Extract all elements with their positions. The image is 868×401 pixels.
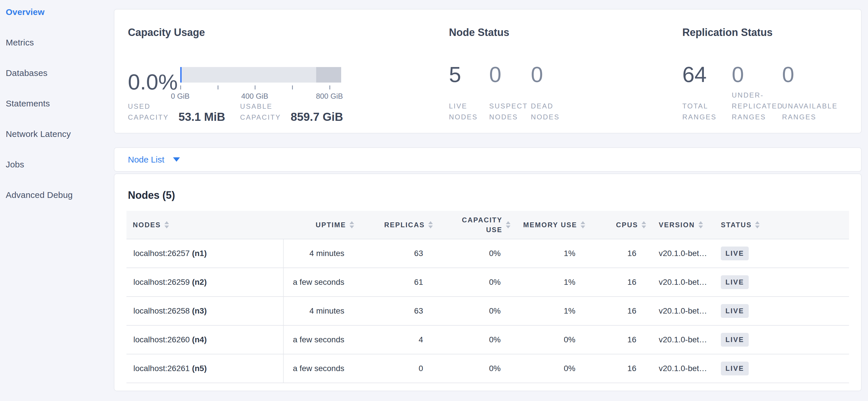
live-nodes-stat: 5 LIVE NODES — [449, 63, 489, 122]
capacity-gauge-row: 0.0% 0 GiB 400 GiB 800 GiB — [128, 67, 449, 101]
total-ranges-label: TOTAL RANGES — [682, 101, 718, 122]
total-ranges-stat: 64 TOTAL RANGES — [682, 63, 732, 122]
node-list-selector-card: Node List — [114, 147, 862, 172]
node-status-section: Node Status 5 LIVE NODES 0 SUSPECT NODES… — [449, 27, 682, 122]
sidebar-item-databases[interactable]: Databases — [6, 64, 114, 82]
sort-icon[interactable] — [642, 221, 646, 228]
version-cell: v20.1.0-bet… — [647, 325, 711, 354]
node-status-stats: 5 LIVE NODES 0 SUSPECT NODES 0 DEAD NODE… — [449, 63, 682, 122]
cpus-cell: 16 — [586, 296, 647, 325]
sidebar-item-metrics[interactable]: Metrics — [6, 33, 114, 52]
version-cell: v20.1.0-bet… — [647, 268, 711, 296]
under-replicated-ranges-value: 0 — [732, 63, 782, 85]
column-header-replicas[interactable]: REPLICAS — [355, 211, 434, 239]
column-header-nodes[interactable]: NODES — [126, 211, 283, 239]
tick-label-0: 0 GiB — [171, 92, 189, 101]
dead-nodes-stat: 0 DEAD NODES — [531, 63, 567, 122]
column-header-capacity-use[interactable]: CAPACITY USE — [434, 211, 512, 239]
sidebar-item-network-latency[interactable]: Network Latency — [6, 125, 114, 143]
replication-status-section: Replication Status 64 TOTAL RANGES 0 UND… — [682, 27, 848, 122]
capacity-gauge-ticks — [180, 85, 341, 89]
column-header-memory-use[interactable]: MEMORY USE — [512, 211, 586, 239]
usable-capacity-value: 859.7 GiB — [290, 111, 343, 123]
memory-use-cell: 0% — [512, 325, 586, 354]
status-badge: LIVE — [721, 275, 749, 289]
dead-nodes-label: DEAD NODES — [531, 101, 567, 122]
status-cell: LIVE — [711, 239, 849, 268]
uptime-cell: a few seconds — [283, 325, 355, 354]
sort-icon[interactable] — [506, 221, 510, 228]
column-header-cpus[interactable]: CPUS — [586, 211, 647, 239]
column-header-version[interactable]: VERSION — [647, 211, 711, 239]
sidebar: Overview Metrics Databases Statements Ne… — [0, 0, 114, 401]
sort-icon[interactable] — [428, 221, 433, 228]
sort-icon[interactable] — [699, 221, 703, 228]
column-header-status[interactable]: STATUS — [711, 211, 849, 239]
table-row: localhost:26257 (n1) 4 minutes 63 0% 1% … — [126, 239, 849, 268]
column-header-uptime[interactable]: UPTIME — [283, 211, 355, 239]
capacity-gauge-used-marker — [180, 67, 182, 83]
capacity-use-cell: 0% — [434, 268, 512, 296]
used-capacity-value: 53.1 MiB — [179, 111, 225, 123]
suspect-nodes-stat: 0 SUSPECT NODES — [489, 63, 531, 122]
capacity-usage-title: Capacity Usage — [128, 27, 449, 38]
dead-nodes-value: 0 — [531, 63, 567, 85]
node-cell: localhost:26257 (n1) — [126, 239, 283, 268]
usable-capacity-stat: USABLE CAPACITY 859.7 GiB — [240, 101, 343, 123]
cpus-cell: 16 — [586, 239, 647, 268]
capacity-use-cell: 0% — [434, 325, 512, 354]
tick-label-400: 400 GiB — [241, 92, 268, 101]
node-list-dropdown[interactable]: Node List — [128, 155, 180, 165]
capacity-gauge-dark-segment — [316, 67, 341, 83]
capacity-stats: USED CAPACITY 53.1 MiB USABLE CAPACITY 8… — [128, 101, 449, 123]
status-badge: LIVE — [721, 362, 749, 375]
uptime-cell: 4 minutes — [283, 296, 355, 325]
sidebar-item-overview[interactable]: Overview — [6, 3, 114, 21]
sort-icon[interactable] — [349, 221, 354, 228]
status-cell: LIVE — [711, 354, 849, 383]
nodes-table: NODES UPTIME REPLICAS CAPACITY USE MEMOR… — [126, 211, 849, 383]
uptime-cell: 4 minutes — [283, 239, 355, 268]
sidebar-item-statements[interactable]: Statements — [6, 94, 114, 113]
capacity-use-cell: 0% — [434, 239, 512, 268]
sidebar-item-jobs[interactable]: Jobs — [6, 155, 114, 174]
status-cell: LIVE — [711, 268, 849, 296]
under-replicated-ranges-label: UNDER-REPLICATED RANGES — [732, 90, 779, 122]
capacity-usage-section: Capacity Usage 0.0% 0 GiB 400 GiB 800 Gi… — [128, 27, 449, 122]
unavailable-ranges-value: 0 — [782, 63, 842, 85]
suspect-nodes-value: 0 — [489, 63, 531, 85]
replicas-cell: 63 — [355, 296, 434, 325]
cpus-cell: 16 — [586, 354, 647, 383]
main-content: Capacity Usage 0.0% 0 GiB 400 GiB 800 Gi… — [114, 0, 868, 401]
sidebar-item-advanced-debug[interactable]: Advanced Debug — [6, 186, 114, 204]
chevron-down-icon — [173, 157, 180, 162]
replicas-cell: 61 — [355, 268, 434, 296]
sort-icon[interactable] — [581, 221, 585, 228]
capacity-use-cell: 0% — [434, 296, 512, 325]
node-cell: localhost:26259 (n2) — [126, 268, 283, 296]
replicas-cell: 0 — [355, 354, 434, 383]
sort-icon[interactable] — [755, 221, 760, 228]
replicas-cell: 63 — [355, 239, 434, 268]
node-cell: localhost:26258 (n3) — [126, 296, 283, 325]
version-cell: v20.1.0-bet… — [647, 296, 711, 325]
unavailable-ranges-label: UNAVAILABLE RANGES — [782, 101, 842, 122]
used-capacity-label: USED CAPACITY — [128, 101, 174, 123]
table-row: localhost:26259 (n2) a few seconds 61 0%… — [126, 268, 849, 296]
total-ranges-value: 64 — [682, 63, 732, 85]
under-replicated-ranges-stat: 0 UNDER-REPLICATED RANGES — [732, 63, 782, 122]
sort-icon[interactable] — [164, 221, 169, 228]
used-capacity-stat: USED CAPACITY 53.1 MiB — [128, 101, 225, 123]
capacity-gauge: 0 GiB 400 GiB 800 GiB — [180, 67, 341, 101]
node-cell: localhost:26260 (n4) — [126, 325, 283, 354]
capacity-use-cell: 0% — [434, 354, 512, 383]
live-nodes-label: LIVE NODES — [449, 101, 485, 122]
version-cell: v20.1.0-bet… — [647, 239, 711, 268]
table-row: localhost:26260 (n4) a few seconds 4 0% … — [126, 325, 849, 354]
suspect-nodes-label: SUSPECT NODES — [489, 101, 525, 122]
version-cell: v20.1.0-bet… — [647, 354, 711, 383]
cpus-cell: 16 — [586, 268, 647, 296]
status-badge: LIVE — [721, 304, 749, 318]
replicas-cell: 4 — [355, 325, 434, 354]
memory-use-cell: 1% — [512, 268, 586, 296]
